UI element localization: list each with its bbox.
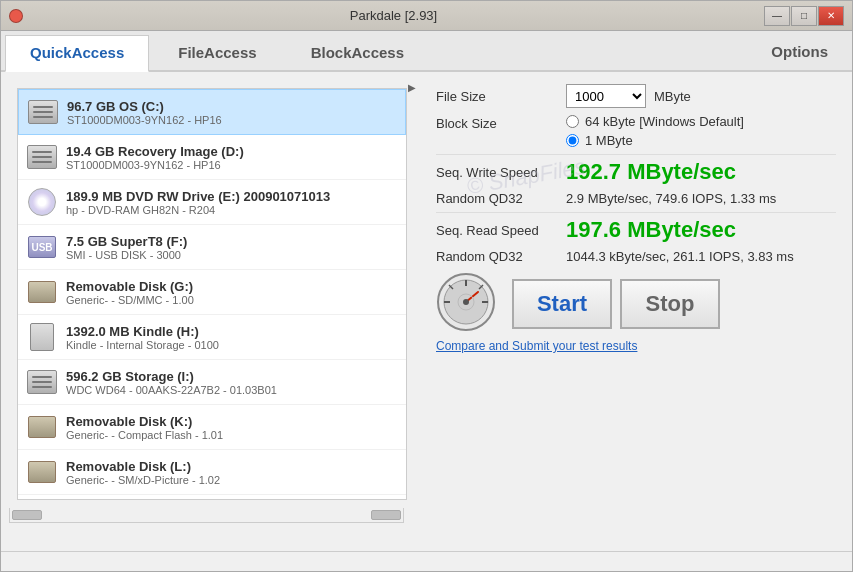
action-section: Start Stop xyxy=(436,272,836,335)
block-size-label: Block Size xyxy=(436,114,566,131)
drive-name: 96.7 GB OS (C:) xyxy=(67,99,397,114)
file-size-select[interactable]: 1000 100 500 2000 xyxy=(566,84,646,108)
drive-name: 596.2 GB Storage (I:) xyxy=(66,369,398,384)
drive-name: Removable Disk (L:) xyxy=(66,459,398,474)
drive-icon-container: USB xyxy=(26,231,58,263)
drive-item[interactable]: USB 7.5 GB SuperT8 (F:) SMI - USB DISK -… xyxy=(18,225,406,270)
tab-quick-access[interactable]: QuickAccess xyxy=(5,35,149,72)
drive-detail: Kindle - Internal Storage - 0100 xyxy=(66,339,398,351)
drive-icon-container xyxy=(26,141,58,173)
drive-detail: Generic- - SM/xD-Picture - 1.02 xyxy=(66,474,398,486)
tab-options[interactable]: Options xyxy=(747,35,852,70)
tab-bar: QuickAccess FileAccess BlockAccess Optio… xyxy=(1,31,852,72)
action-buttons: Start Stop xyxy=(512,279,720,329)
removable-icon xyxy=(28,461,56,483)
drive-name: Removable Disk (G:) xyxy=(66,279,398,294)
drive-detail: Generic- - Compact Flash - 1.01 xyxy=(66,429,398,441)
random-write-value-container: 2.9 MByte/sec, 749.6 IOPS, 1.33 ms xyxy=(566,191,836,206)
minimize-button[interactable]: — xyxy=(764,6,790,26)
drive-item[interactable]: Removable Disk (L:) Generic- - SM/xD-Pic… xyxy=(18,450,406,495)
drive-info: 189.9 MB DVD RW Drive (E:) 200901071013 … xyxy=(66,189,398,216)
title-bar: Parkdale [2.93] — □ ✕ xyxy=(1,1,852,31)
tab-block-access[interactable]: BlockAccess xyxy=(286,35,429,70)
file-size-row: File Size 1000 100 500 2000 MByte xyxy=(436,84,836,108)
drive-detail: SMI - USB DISK - 3000 xyxy=(66,249,398,261)
drive-icon-container xyxy=(26,411,58,443)
drive-name: 189.9 MB DVD RW Drive (E:) 200901071013 xyxy=(66,189,398,204)
radio-64kb[interactable]: 64 kByte [Windows Default] xyxy=(566,114,744,129)
window-controls: — □ ✕ xyxy=(764,6,844,26)
hdd-icon xyxy=(27,370,57,394)
block-size-controls: 64 kByte [Windows Default] 1 MByte xyxy=(566,114,836,148)
drive-info: Removable Disk (L:) Generic- - SM/xD-Pic… xyxy=(66,459,398,486)
file-size-unit: MByte xyxy=(654,89,691,104)
seq-write-label: Seq. Write Speed xyxy=(436,165,566,180)
drive-icon-container xyxy=(26,276,58,308)
seq-read-value: 197.6 MByte/sec xyxy=(566,217,736,243)
random-read-value-container: 1044.3 kByte/sec, 261.1 IOPS, 3.83 ms xyxy=(566,249,836,264)
radio-64kb-input[interactable] xyxy=(566,115,579,128)
removable-icon xyxy=(28,416,56,438)
drive-item[interactable]: 1392.0 MB Kindle (H:) Kindle - Internal … xyxy=(18,315,406,360)
tab-file-access[interactable]: FileAccess xyxy=(153,35,281,70)
start-button[interactable]: Start xyxy=(512,279,612,329)
svg-point-8 xyxy=(463,299,469,305)
side-scroll-arrow[interactable]: ▶ xyxy=(404,80,420,523)
random-write-label: Random QD32 xyxy=(436,191,566,206)
compare-link-row: Compare and Submit your test results xyxy=(436,339,836,353)
h-scrollbar[interactable] xyxy=(9,508,404,523)
divider-2 xyxy=(436,212,836,213)
usb-icon: USB xyxy=(28,236,56,258)
random-read-row: Random QD32 1044.3 kByte/sec, 261.1 IOPS… xyxy=(436,249,836,264)
drive-info: Removable Disk (K:) Generic- - Compact F… xyxy=(66,414,398,441)
maximize-button[interactable]: □ xyxy=(791,6,817,26)
drive-info: 7.5 GB SuperT8 (F:) SMI - USB DISK - 300… xyxy=(66,234,398,261)
close-traffic-button[interactable] xyxy=(9,9,23,23)
drive-icon-container xyxy=(26,186,58,218)
removable-icon xyxy=(28,281,56,303)
drive-name: 7.5 GB SuperT8 (F:) xyxy=(66,234,398,249)
drive-detail: hp - DVD-RAM GH82N - R204 xyxy=(66,204,398,216)
drive-info: 1392.0 MB Kindle (H:) Kindle - Internal … xyxy=(66,324,398,351)
radio-1mb[interactable]: 1 MByte xyxy=(566,133,744,148)
random-write-value: 2.9 MByte/sec, 749.6 IOPS, 1.33 ms xyxy=(566,191,776,206)
drive-list[interactable]: 96.7 GB OS (C:) ST1000DM003-9YN162 - HP1… xyxy=(18,89,406,499)
radio-1mb-label: 1 MByte xyxy=(585,133,633,148)
close-button[interactable]: ✕ xyxy=(818,6,844,26)
drive-info: 19.4 GB Recovery Image (D:) ST1000DM003-… xyxy=(66,144,398,171)
speedometer-icon xyxy=(436,272,496,335)
radio-1mb-input[interactable] xyxy=(566,134,579,147)
seq-write-value: 192.7 MByte/sec xyxy=(566,159,736,185)
block-size-row: Block Size 64 kByte [Windows Default] 1 … xyxy=(436,114,836,148)
right-panel: © SnapFiles File Size 1000 100 500 2000 … xyxy=(420,72,852,551)
drive-icon-container xyxy=(26,456,58,488)
file-size-controls: 1000 100 500 2000 MByte xyxy=(566,84,836,108)
seq-read-value-container: 197.6 MByte/sec xyxy=(566,217,836,243)
drive-name: 1392.0 MB Kindle (H:) xyxy=(66,324,398,339)
seq-write-value-container: 192.7 MByte/sec xyxy=(566,159,836,185)
seq-write-row: Seq. Write Speed 192.7 MByte/sec xyxy=(436,159,836,185)
drive-icon-container xyxy=(26,366,58,398)
drive-item[interactable]: Removable Disk (M:) Generic- - MS/MS-Pro… xyxy=(18,495,406,499)
drive-item[interactable]: 96.7 GB OS (C:) ST1000DM003-9YN162 - HP1… xyxy=(18,89,406,135)
seq-read-label: Seq. Read Speed xyxy=(436,223,566,238)
drive-name: 19.4 GB Recovery Image (D:) xyxy=(66,144,398,159)
drive-item[interactable]: 189.9 MB DVD RW Drive (E:) 200901071013 … xyxy=(18,180,406,225)
drive-item[interactable]: Removable Disk (G:) Generic- - SD/MMC - … xyxy=(18,270,406,315)
hdd-icon xyxy=(27,145,57,169)
drive-item[interactable]: Removable Disk (K:) Generic- - Compact F… xyxy=(18,405,406,450)
drive-info: Removable Disk (G:) Generic- - SD/MMC - … xyxy=(66,279,398,306)
drive-icon-container xyxy=(27,96,59,128)
divider-1 xyxy=(436,154,836,155)
hdd-icon xyxy=(28,100,58,124)
main-content: 96.7 GB OS (C:) ST1000DM003-9YN162 - HP1… xyxy=(1,72,852,551)
radio-64kb-label: 64 kByte [Windows Default] xyxy=(585,114,744,129)
stop-button[interactable]: Stop xyxy=(620,279,720,329)
drive-item[interactable]: 596.2 GB Storage (I:) WDC WD64 - 00AAKS-… xyxy=(18,360,406,405)
drive-icon-container xyxy=(26,321,58,353)
file-size-label: File Size xyxy=(436,89,566,104)
drive-name: Removable Disk (K:) xyxy=(66,414,398,429)
compare-link[interactable]: Compare and Submit your test results xyxy=(436,339,637,353)
drive-item[interactable]: 19.4 GB Recovery Image (D:) ST1000DM003-… xyxy=(18,135,406,180)
drive-detail: ST1000DM003-9YN162 - HP16 xyxy=(67,114,397,126)
